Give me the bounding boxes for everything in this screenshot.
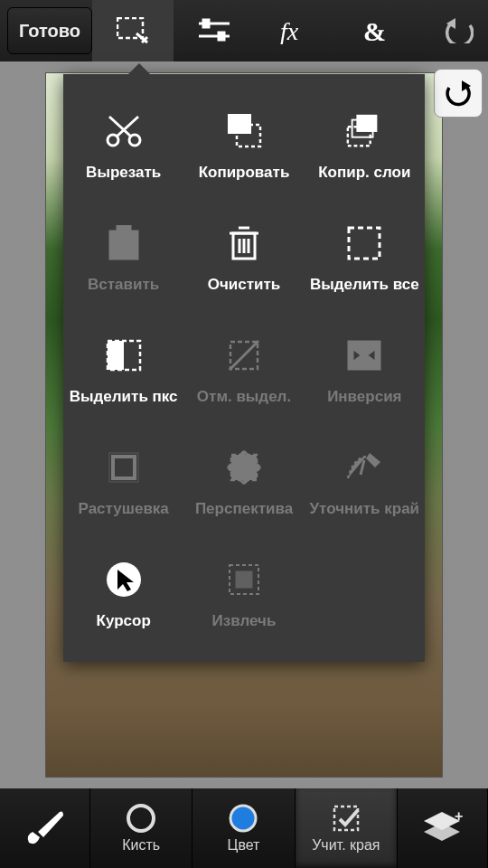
- menu-item-label: Отм. выдел.: [197, 388, 291, 406]
- menu-item-label: Извлечь: [212, 612, 277, 630]
- svg-line-28: [230, 341, 258, 370]
- copy-layers-icon: [344, 111, 384, 151]
- menu-item-clear[interactable]: Очистить: [183, 203, 304, 315]
- scissors-icon: [104, 111, 144, 151]
- menu-item-perspective: Перспектива: [183, 427, 304, 539]
- menu-item-label: Растушевка: [79, 500, 169, 518]
- menu-item-paste: Вставить: [63, 203, 183, 315]
- svg-text:+: +: [455, 810, 463, 824]
- svg-rect-16: [109, 231, 138, 259]
- menu-item-label: Копир. слои: [318, 164, 410, 182]
- feather-icon: [104, 448, 144, 487]
- menu-item-copy-layers[interactable]: Копир. слои: [305, 90, 425, 203]
- color-circle-icon: [228, 803, 258, 834]
- select-pixels-icon: [104, 335, 144, 375]
- menu-item-cursor[interactable]: Курсор: [63, 539, 183, 651]
- select-all-icon: [344, 223, 384, 263]
- bottom-edges-button[interactable]: Учит. края: [296, 788, 398, 868]
- extract-icon: [224, 560, 264, 599]
- tool-adjust-icon[interactable]: [174, 0, 255, 61]
- svg-rect-24: [349, 228, 380, 259]
- menu-item-label: Вырезать: [86, 164, 161, 182]
- undo-icon[interactable]: [418, 0, 488, 61]
- tool-text-icon[interactable]: &: [336, 0, 418, 61]
- perspective-icon: [224, 448, 264, 487]
- menu-item-label: Копировать: [199, 164, 290, 182]
- refine-edge-icon: [344, 448, 384, 487]
- svg-rect-25: [108, 341, 124, 370]
- top-icon-group: fx &: [92, 0, 488, 61]
- bottom-color-label: Цвет: [228, 837, 260, 854]
- clipboard-icon: [104, 223, 144, 263]
- menu-item-invert: Инверсия: [305, 315, 425, 427]
- bottom-toolbar: Кисть Цвет Учит. края +: [0, 788, 488, 868]
- done-button[interactable]: Готово: [7, 7, 92, 54]
- bottom-edges-label: Учит. края: [312, 837, 380, 854]
- menu-item-cut[interactable]: Вырезать: [63, 90, 183, 203]
- layers-icon: +: [420, 810, 464, 846]
- top-toolbar: Готово fx &: [0, 0, 488, 61]
- bottom-brush-button[interactable]: Кисть: [90, 788, 192, 868]
- cursor-icon: [104, 560, 144, 599]
- svg-rect-42: [334, 807, 358, 830]
- tool-selection-icon[interactable]: [92, 0, 174, 61]
- menu-item-label: Выделить все: [310, 276, 419, 294]
- menu-item-label: Перспектива: [195, 500, 293, 518]
- svg-point-41: [230, 806, 256, 831]
- edges-check-icon: [331, 803, 361, 834]
- redo-button[interactable]: [434, 69, 483, 118]
- menu-item-label: Выделить пкс: [70, 388, 178, 406]
- svg-rect-29: [348, 341, 380, 370]
- selection-menu-panel: Вырезать Копировать Копир. слои Вставить: [63, 74, 425, 662]
- svg-rect-2: [203, 20, 209, 27]
- done-button-label: Готово: [19, 21, 80, 42]
- menu-item-label: Уточнить край: [310, 500, 420, 518]
- menu-item-select-pixels[interactable]: Выделить пкс: [63, 315, 183, 427]
- menu-item-select-all[interactable]: Выделить все: [305, 203, 425, 315]
- menu-item-feather: Растушевка: [63, 427, 183, 539]
- circle-outline-icon: [126, 803, 156, 834]
- bottom-color-button[interactable]: Цвет: [192, 788, 295, 868]
- svg-text:fx: fx: [280, 17, 299, 44]
- tool-fx-icon[interactable]: fx: [255, 0, 336, 61]
- selection-menu-grid: Вырезать Копировать Копир. слои Вставить: [63, 90, 425, 651]
- invert-icon: [344, 335, 384, 375]
- svg-rect-13: [357, 115, 378, 132]
- trash-icon: [224, 223, 264, 263]
- svg-rect-32: [231, 455, 257, 480]
- layers-button[interactable]: +: [398, 788, 488, 868]
- svg-rect-30: [113, 457, 135, 478]
- menu-item-label: Инверсия: [327, 388, 401, 406]
- bottom-brush-label: Кисть: [122, 837, 160, 854]
- menu-item-extract: Извлечь: [183, 539, 304, 651]
- menu-item-refine-edge: Уточнить край: [305, 427, 425, 539]
- menu-item-label: Курсор: [97, 612, 151, 630]
- svg-text:&: &: [363, 17, 386, 44]
- menu-item-copy[interactable]: Копировать: [183, 90, 304, 203]
- svg-rect-17: [117, 225, 131, 234]
- copy-icon: [224, 111, 264, 151]
- menu-item-label: Вставить: [88, 276, 159, 294]
- svg-point-40: [128, 806, 154, 831]
- brush-quick-icon[interactable]: [0, 788, 90, 868]
- menu-item-label: Очистить: [208, 276, 281, 294]
- menu-item-deselect: Отм. выдел.: [183, 315, 304, 427]
- svg-rect-4: [219, 33, 224, 40]
- svg-rect-39: [236, 571, 252, 588]
- deselect-icon: [224, 335, 264, 375]
